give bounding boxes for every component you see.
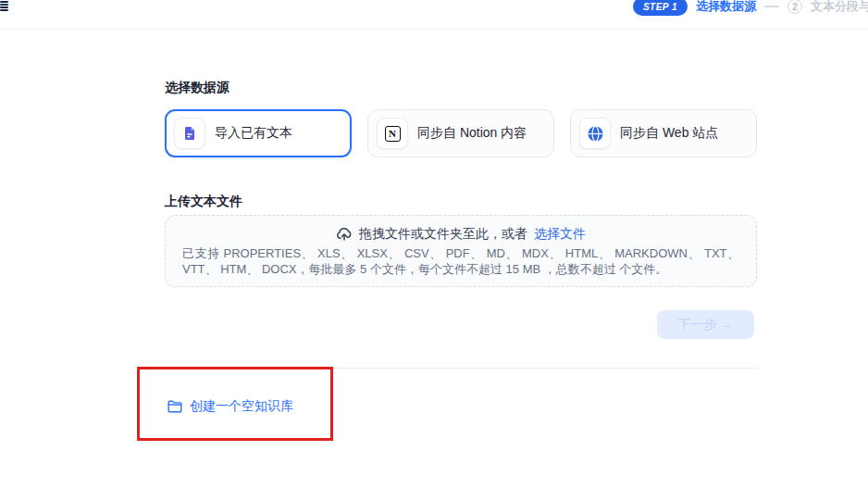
datasource-heading: 选择数据源 <box>165 80 229 96</box>
option-label: 同步自 Notion 内容 <box>417 125 527 142</box>
hamburger-icon[interactable] <box>0 1 8 13</box>
globe-icon <box>579 118 611 149</box>
browse-files-link[interactable]: 选择文件 <box>534 226 586 243</box>
step2-label: 文本分段与清 <box>811 0 868 15</box>
file-dropzone[interactable]: 拖拽文件或文件夹至此，或者 选择文件 已支持 PROPERTIES、 XLS、 … <box>165 215 757 287</box>
option-label: 导入已有文本 <box>215 125 292 142</box>
upload-cloud-icon <box>336 226 353 243</box>
notion-icon: N <box>377 118 408 149</box>
upload-heading: 上传文本文件 <box>165 194 242 210</box>
step1-badge: STEP 1 <box>633 0 688 16</box>
option-sync-web[interactable]: 同步自 Web 站点 <box>570 109 757 157</box>
dropzone-prompt: 拖拽文件或文件夹至此，或者 <box>359 226 527 243</box>
datasource-options: 导入已有文本 N 同步自 Notion 内容 同步自 Web 站点 <box>165 109 757 157</box>
option-import-text[interactable]: 导入已有文本 <box>165 109 352 157</box>
step1-label: 选择数据源 <box>696 0 756 15</box>
top-header-bar: STEP 1 选择数据源 2 文本分段与清 <box>0 0 868 30</box>
step-indicator: STEP 1 选择数据源 2 文本分段与清 <box>633 0 868 19</box>
section-divider <box>167 368 757 369</box>
create-empty-kb-link[interactable]: 创建一个空知识库 <box>167 398 293 415</box>
supported-formats-hint: 已支持 PROPERTIES、 XLS、 XLSX、 CSV、 PDF、 MD、… <box>182 246 739 277</box>
step2-number-circle: 2 <box>787 0 802 14</box>
folder-icon <box>167 400 182 413</box>
step-separator <box>764 6 779 7</box>
option-label: 同步自 Web 站点 <box>620 125 718 142</box>
option-sync-notion[interactable]: N 同步自 Notion 内容 <box>367 109 554 157</box>
next-step-button[interactable]: 下一步 → <box>657 310 754 339</box>
create-empty-kb-label: 创建一个空知识库 <box>190 398 293 415</box>
dropzone-prompt-row: 拖拽文件或文件夹至此，或者 选择文件 <box>166 226 756 243</box>
file-text-icon <box>174 118 205 149</box>
